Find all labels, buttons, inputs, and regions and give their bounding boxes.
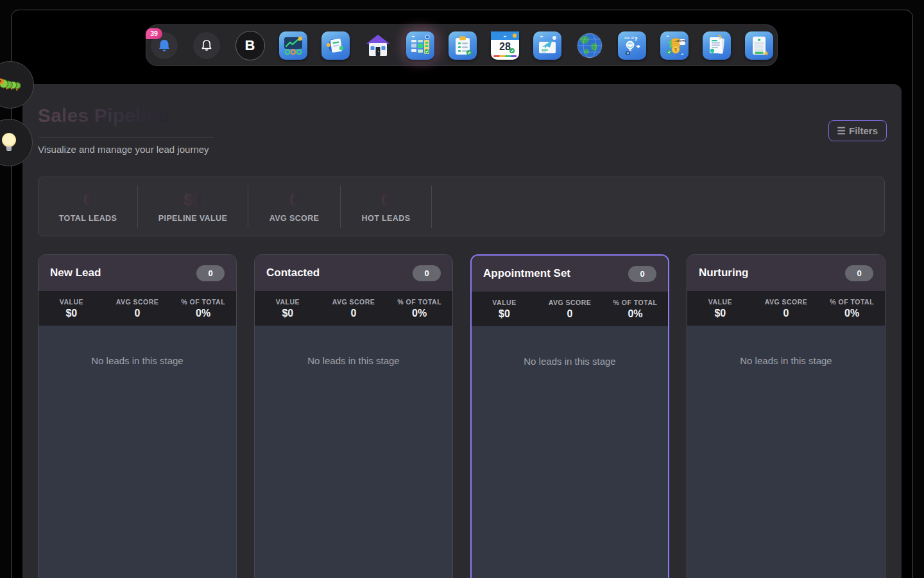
- bell-outline-icon: [199, 38, 214, 53]
- notifications-button[interactable]: 39: [150, 31, 179, 60]
- stat-pipeline-value: $0 PIPELINE VALUE: [138, 186, 248, 228]
- profit-app-button[interactable]: $ +15% PROFIT: [660, 31, 689, 60]
- stage-pct: 0%: [628, 308, 642, 320]
- page-title: Sales Pipeline: [38, 105, 169, 127]
- filter-lines-icon: ☰: [837, 126, 846, 136]
- stage-value-label: VALUE: [492, 299, 516, 306]
- stat-total-leads-value: 0: [83, 191, 92, 209]
- calendar-app-button[interactable]: 28: [491, 31, 520, 60]
- stage-avg-score-label: AVG SCORE: [549, 299, 592, 306]
- alerts-circle: [193, 32, 220, 59]
- stage-pct-label: % OF TOTAL: [397, 298, 441, 306]
- stage-header: Appointment Set 0: [472, 256, 668, 292]
- stage-empty-message: No leads in this stage: [255, 326, 452, 366]
- avatar-letter: B: [245, 37, 255, 54]
- stat-avg-score-value: 0: [290, 191, 299, 209]
- web-globe-button[interactable]: [576, 31, 604, 60]
- stage-count-badge: 0: [413, 265, 441, 281]
- stage-header: Contacted 0: [255, 255, 452, 291]
- stage-stats: VALUE$0 AVG SCORE0 % OF TOTAL0%: [255, 291, 452, 326]
- brand-avatar-button[interactable]: B: [235, 31, 266, 60]
- page-subtitle: Visualize and manage your lead journey: [38, 144, 209, 155]
- stage-avg-score: 0: [783, 308, 789, 319]
- stage-empty-message: No leads in this stage: [38, 326, 236, 366]
- brand-avatar: B: [235, 31, 265, 60]
- stage-count-badge: 0: [196, 265, 225, 281]
- stage-column-appointment-set[interactable]: Appointment Set 0 VALUE$0 AVG SCORE0 % O…: [470, 254, 669, 578]
- alerts-button[interactable]: [193, 31, 221, 60]
- stage-value: $0: [499, 308, 510, 320]
- stat-total-leads-label: TOTAL LEADS: [59, 214, 117, 223]
- stage-value-label: VALUE: [276, 298, 300, 306]
- stage-empty-message: No leads in this stage: [472, 326, 668, 367]
- notifications-circle: 39: [151, 32, 178, 59]
- stage-title: Appointment Set: [483, 267, 570, 280]
- pipeline-board-app-button[interactable]: [406, 31, 435, 60]
- stage-value-label: VALUE: [708, 298, 732, 306]
- stage-count-badge: 0: [845, 265, 873, 281]
- stat-pipeline-value-label: PIPELINE VALUE: [158, 214, 227, 223]
- stage-avg-score-label: AVG SCORE: [116, 298, 159, 306]
- notification-count-badge: 39: [146, 28, 162, 39]
- filters-button[interactable]: ☰ Filters: [828, 120, 887, 141]
- lightbulb-icon: [0, 130, 21, 155]
- stat-avg-score-label: AVG SCORE: [270, 214, 320, 223]
- stage-stats: VALUE$0 AVG SCORE0 % OF TOTAL0%: [38, 291, 236, 326]
- top-dock: 39 B: [146, 24, 778, 66]
- stage-pct: 0%: [196, 308, 210, 319]
- summary-stats-bar: 0 TOTAL LEADS $0 PIPELINE VALUE 0 AVG SC…: [38, 177, 885, 236]
- stat-total-leads: 0 TOTAL LEADS: [38, 186, 138, 228]
- tasks-clipboard-icon: [449, 31, 477, 60]
- stage-avg-score-label: AVG SCORE: [765, 298, 808, 306]
- stage-avg-score: 0: [351, 308, 357, 319]
- stage-column-new-lead[interactable]: New Lead 0 VALUE$0 AVG SCORE0 % OF TOTAL…: [38, 254, 237, 578]
- stage-title: Nurturing: [699, 267, 748, 279]
- stage-value: $0: [714, 308, 726, 319]
- profit-coins-icon: $ +15% PROFIT: [660, 31, 689, 60]
- stat-hot-leads-value: 0: [382, 191, 391, 209]
- stage-pct-label: % OF TOTAL: [181, 298, 225, 306]
- stage-value: $0: [65, 308, 77, 319]
- mail-app-button[interactable]: [533, 31, 562, 60]
- documents-app-button[interactable]: [703, 31, 732, 60]
- analytics-app-icon: [279, 31, 307, 60]
- stage-empty-message: No leads in this stage: [687, 326, 885, 366]
- stage-column-nurturing[interactable]: Nurturing 0 VALUE$0 AVG SCORE0 % OF TOTA…: [687, 254, 886, 578]
- forms-app-button[interactable]: [745, 31, 774, 60]
- forms-icon: [745, 31, 773, 60]
- caterpillar-icon: [0, 68, 27, 101]
- stage-pct-label: % OF TOTAL: [613, 299, 658, 306]
- stage-avg-score: 0: [135, 308, 141, 319]
- stage-column-contacted[interactable]: Contacted 0 VALUE$0 AVG SCORE0 % OF TOTA…: [254, 254, 453, 578]
- notification-bell-icon: [156, 37, 173, 54]
- stat-pipeline-value-value: $0: [184, 191, 202, 209]
- stage-header: Nurturing 0: [687, 255, 885, 291]
- stat-hot-leads: 0 HOT LEADS: [341, 186, 432, 228]
- stage-stats: VALUE$0 AVG SCORE0 % OF TOTAL0%: [472, 292, 668, 326]
- ai-assistant-app-button[interactable]: Ask AI ?: [618, 31, 647, 60]
- stat-hot-leads-label: HOT LEADS: [362, 214, 411, 223]
- contacts-rolodex-icon: [321, 31, 350, 60]
- ask-ai-icon: Ask AI ?: [618, 31, 646, 60]
- calendar-day-number: 28: [499, 41, 511, 52]
- title-underline: [38, 137, 214, 137]
- main-content: Sales Pipeline Visualize and manage your…: [22, 84, 902, 578]
- tasks-app-button[interactable]: [449, 31, 477, 60]
- home-icon: [364, 31, 392, 60]
- contacts-app-button[interactable]: [321, 31, 350, 60]
- home-app-button[interactable]: [364, 31, 393, 60]
- stage-title: Contacted: [266, 267, 320, 279]
- profit-bubble-label: +15% PROFIT: [675, 40, 686, 42]
- stage-stats: VALUE$0 AVG SCORE0 % OF TOTAL0%: [687, 291, 885, 326]
- documents-certificate-icon: [703, 31, 731, 60]
- analytics-app-button[interactable]: [279, 31, 308, 60]
- pipeline-board-icon: [406, 31, 434, 60]
- calendar-icon: 28: [491, 31, 519, 60]
- filters-button-label: Filters: [849, 125, 878, 136]
- stage-avg-score: 0: [567, 308, 573, 320]
- svg-text:?: ?: [634, 36, 638, 42]
- mail-paper-plane-icon: [533, 31, 561, 60]
- stage-header: New Lead 0: [38, 255, 236, 291]
- pipeline-board: New Lead 0 VALUE$0 AVG SCORE0 % OF TOTAL…: [38, 254, 886, 578]
- svg-text:$: $: [674, 47, 678, 53]
